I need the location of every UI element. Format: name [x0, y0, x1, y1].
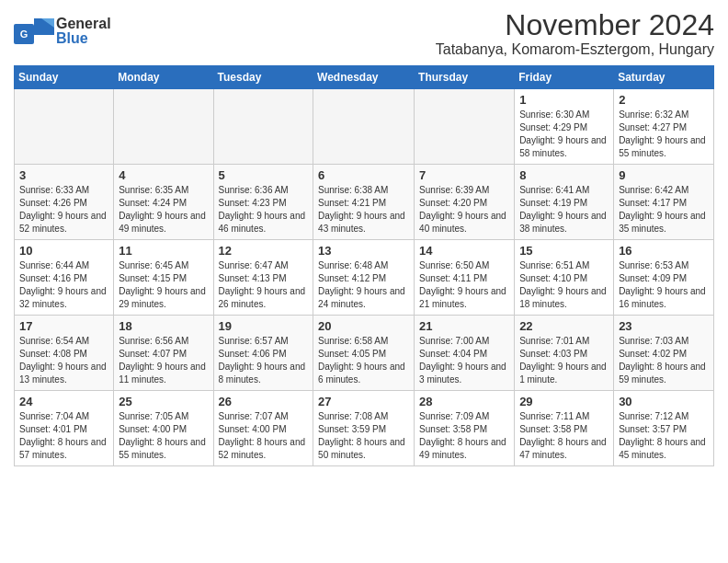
calendar-cell: 21Sunrise: 7:00 AM Sunset: 4:04 PM Dayli… — [415, 316, 515, 391]
day-info: Sunrise: 6:58 AM Sunset: 4:05 PM Dayligh… — [318, 335, 409, 386]
day-number: 9 — [619, 168, 709, 182]
day-number: 2 — [619, 93, 709, 107]
day-info: Sunrise: 7:07 AM Sunset: 4:00 PM Dayligh… — [219, 410, 309, 462]
weekday-header-tuesday: Tuesday — [213, 66, 313, 89]
day-number: 16 — [619, 244, 709, 258]
day-number: 14 — [419, 244, 509, 258]
day-number: 15 — [519, 244, 609, 258]
day-number: 3 — [19, 168, 108, 182]
day-info: Sunrise: 7:12 AM Sunset: 3:57 PM Dayligh… — [619, 410, 709, 462]
logo-general: General — [56, 17, 111, 31]
calendar-week-1: 1Sunrise: 6:30 AM Sunset: 4:29 PM Daylig… — [15, 89, 714, 165]
day-number: 24 — [19, 395, 108, 408]
day-number: 13 — [318, 244, 409, 258]
day-number: 4 — [119, 168, 208, 182]
calendar-cell: 3Sunrise: 6:33 AM Sunset: 4:26 PM Daylig… — [15, 165, 114, 240]
day-info: Sunrise: 6:35 AM Sunset: 4:24 PM Dayligh… — [119, 184, 208, 236]
calendar-cell: 22Sunrise: 7:01 AM Sunset: 4:03 PM Dayli… — [515, 316, 614, 391]
day-info: Sunrise: 6:53 AM Sunset: 4:09 PM Dayligh… — [619, 259, 709, 311]
calendar-cell: 17Sunrise: 6:54 AM Sunset: 4:08 PM Dayli… — [15, 316, 114, 391]
calendar-week-5: 24Sunrise: 7:04 AM Sunset: 4:01 PM Dayli… — [15, 391, 714, 466]
day-info: Sunrise: 7:08 AM Sunset: 3:59 PM Dayligh… — [318, 410, 409, 462]
calendar-cell: 19Sunrise: 6:57 AM Sunset: 4:06 PM Dayli… — [213, 316, 313, 391]
weekday-header-friday: Friday — [515, 66, 614, 89]
day-number: 20 — [318, 319, 409, 333]
day-number: 29 — [519, 395, 609, 408]
day-info: Sunrise: 7:04 AM Sunset: 4:01 PM Dayligh… — [19, 410, 108, 462]
day-number: 8 — [519, 168, 609, 182]
calendar-cell: 23Sunrise: 7:03 AM Sunset: 4:02 PM Dayli… — [614, 316, 714, 391]
day-info: Sunrise: 7:05 AM Sunset: 4:00 PM Dayligh… — [119, 410, 208, 462]
calendar-cell: 30Sunrise: 7:12 AM Sunset: 3:57 PM Dayli… — [614, 391, 714, 466]
page-header: G General Blue November 2024 Tatabanya, … — [14, 9, 714, 58]
calendar-cell: 9Sunrise: 6:42 AM Sunset: 4:17 PM Daylig… — [614, 165, 714, 240]
calendar-cell: 12Sunrise: 6:47 AM Sunset: 4:13 PM Dayli… — [213, 240, 313, 316]
calendar-header-row: SundayMondayTuesdayWednesdayThursdayFrid… — [15, 66, 714, 89]
calendar-cell: 1Sunrise: 6:30 AM Sunset: 4:29 PM Daylig… — [515, 89, 614, 165]
day-number: 19 — [219, 319, 309, 333]
calendar-cell: 4Sunrise: 6:35 AM Sunset: 4:24 PM Daylig… — [114, 165, 213, 240]
day-number: 28 — [419, 395, 509, 408]
weekday-header-sunday: Sunday — [15, 66, 114, 89]
day-number: 11 — [119, 244, 208, 258]
day-number: 26 — [219, 395, 309, 408]
day-number: 12 — [219, 244, 309, 258]
calendar-week-2: 3Sunrise: 6:33 AM Sunset: 4:26 PM Daylig… — [15, 165, 714, 240]
calendar-cell: 5Sunrise: 6:36 AM Sunset: 4:23 PM Daylig… — [213, 165, 313, 240]
weekday-header-wednesday: Wednesday — [313, 66, 415, 89]
day-number: 27 — [318, 395, 409, 408]
day-info: Sunrise: 7:09 AM Sunset: 3:58 PM Dayligh… — [419, 410, 509, 462]
title-block: November 2024 Tatabanya, Komarom-Eszterg… — [436, 9, 714, 58]
calendar-cell — [15, 89, 114, 165]
page-title: November 2024 — [436, 9, 714, 41]
day-number: 7 — [419, 168, 509, 182]
day-info: Sunrise: 6:38 AM Sunset: 4:21 PM Dayligh… — [318, 184, 409, 236]
calendar-cell: 8Sunrise: 6:41 AM Sunset: 4:19 PM Daylig… — [515, 165, 614, 240]
day-info: Sunrise: 6:32 AM Sunset: 4:27 PM Dayligh… — [619, 109, 709, 160]
day-info: Sunrise: 6:41 AM Sunset: 4:19 PM Dayligh… — [519, 184, 609, 236]
page-subtitle: Tatabanya, Komarom-Esztergom, Hungary — [436, 41, 714, 58]
day-info: Sunrise: 6:57 AM Sunset: 4:06 PM Dayligh… — [219, 335, 309, 386]
calendar-cell: 24Sunrise: 7:04 AM Sunset: 4:01 PM Dayli… — [15, 391, 114, 466]
day-number: 17 — [19, 319, 108, 333]
day-info: Sunrise: 6:36 AM Sunset: 4:23 PM Dayligh… — [219, 184, 309, 236]
weekday-header-saturday: Saturday — [614, 66, 714, 89]
day-info: Sunrise: 6:47 AM Sunset: 4:13 PM Dayligh… — [219, 259, 309, 311]
logo: G General Blue — [14, 15, 111, 48]
day-info: Sunrise: 6:50 AM Sunset: 4:11 PM Dayligh… — [419, 259, 509, 311]
day-number: 22 — [519, 319, 609, 333]
calendar-cell — [114, 89, 213, 165]
day-number: 1 — [519, 93, 609, 107]
calendar-cell: 27Sunrise: 7:08 AM Sunset: 3:59 PM Dayli… — [313, 391, 415, 466]
day-info: Sunrise: 6:48 AM Sunset: 4:12 PM Dayligh… — [318, 259, 409, 311]
day-number: 5 — [219, 168, 309, 182]
calendar-cell: 13Sunrise: 6:48 AM Sunset: 4:12 PM Dayli… — [313, 240, 415, 316]
calendar-week-4: 17Sunrise: 6:54 AM Sunset: 4:08 PM Dayli… — [15, 316, 714, 391]
day-number: 25 — [119, 395, 208, 408]
svg-text:G: G — [20, 29, 28, 40]
calendar-cell: 20Sunrise: 6:58 AM Sunset: 4:05 PM Dayli… — [313, 316, 415, 391]
logo-icon: G — [14, 15, 54, 48]
day-info: Sunrise: 6:39 AM Sunset: 4:20 PM Dayligh… — [419, 184, 509, 236]
day-number: 30 — [619, 395, 709, 408]
day-info: Sunrise: 6:51 AM Sunset: 4:10 PM Dayligh… — [519, 259, 609, 311]
calendar-cell: 26Sunrise: 7:07 AM Sunset: 4:00 PM Dayli… — [213, 391, 313, 466]
day-number: 18 — [119, 319, 208, 333]
day-info: Sunrise: 7:11 AM Sunset: 3:58 PM Dayligh… — [519, 410, 609, 462]
calendar-cell — [213, 89, 313, 165]
calendar-cell: 2Sunrise: 6:32 AM Sunset: 4:27 PM Daylig… — [614, 89, 714, 165]
day-info: Sunrise: 6:45 AM Sunset: 4:15 PM Dayligh… — [119, 259, 208, 311]
calendar-cell: 6Sunrise: 6:38 AM Sunset: 4:21 PM Daylig… — [313, 165, 415, 240]
day-number: 6 — [318, 168, 409, 182]
day-info: Sunrise: 6:54 AM Sunset: 4:08 PM Dayligh… — [19, 335, 108, 386]
day-info: Sunrise: 7:01 AM Sunset: 4:03 PM Dayligh… — [519, 335, 609, 386]
day-info: Sunrise: 7:03 AM Sunset: 4:02 PM Dayligh… — [619, 335, 709, 386]
day-info: Sunrise: 6:56 AM Sunset: 4:07 PM Dayligh… — [119, 335, 208, 386]
calendar-cell: 10Sunrise: 6:44 AM Sunset: 4:16 PM Dayli… — [15, 240, 114, 316]
calendar-cell: 16Sunrise: 6:53 AM Sunset: 4:09 PM Dayli… — [614, 240, 714, 316]
logo-blue: Blue — [56, 31, 111, 46]
day-number: 23 — [619, 319, 709, 333]
calendar-cell: 18Sunrise: 6:56 AM Sunset: 4:07 PM Dayli… — [114, 316, 213, 391]
calendar-cell — [313, 89, 415, 165]
calendar-cell: 25Sunrise: 7:05 AM Sunset: 4:00 PM Dayli… — [114, 391, 213, 466]
